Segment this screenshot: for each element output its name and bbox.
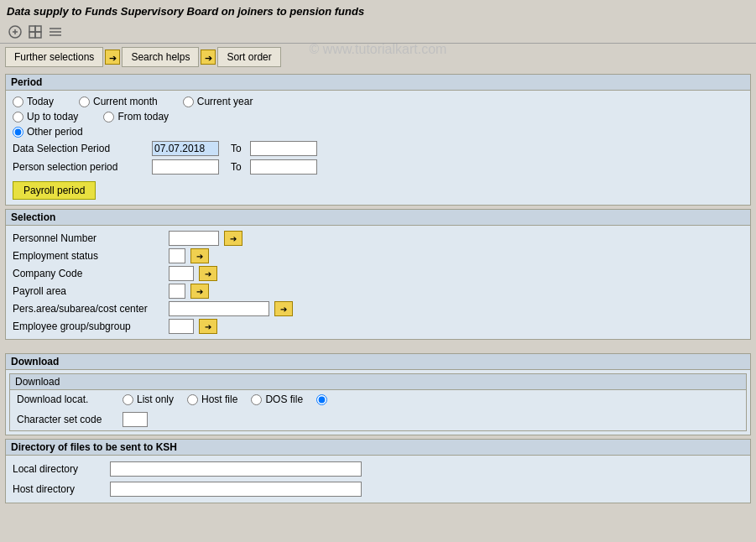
toolbar-icon-3[interactable] — [47, 23, 64, 40]
sel-label-pers-area: Pers.area/subarea/cost center — [13, 303, 164, 315]
sel-row-payroll: Payroll area ➔ — [13, 284, 743, 299]
selection-section-title: Selection — [6, 210, 750, 226]
period-radio-row-2: Up to today From today — [13, 111, 743, 122]
charset-label: Character set code — [17, 414, 109, 425]
data-selection-label: Data Selection Period — [13, 143, 147, 154]
directory-section: Directory of files to be sent to KSH Loc… — [5, 439, 751, 503]
radio-dos-file[interactable]: DOS file — [251, 393, 303, 405]
download-locat-row: Download locat. List only Host file DOS … — [10, 390, 746, 409]
toolbar — [0, 21, 756, 44]
directory-section-title: Directory of files to be sent to KSH — [6, 440, 750, 456]
radio-host-file[interactable]: Host file — [187, 393, 237, 405]
data-selection-from-input[interactable] — [152, 141, 219, 156]
period-radio-row-3: Other period — [13, 126, 743, 138]
download-inner-section: Download Download locat. List only Host … — [9, 373, 747, 431]
person-selection-to-input[interactable] — [250, 159, 317, 175]
period-radio-row-1: Today Current month Current year — [13, 96, 743, 107]
radio-current-year[interactable]: Current year — [183, 96, 253, 107]
title-bar: Data supply to Funds Supervisory Board o… — [0, 0, 756, 21]
download-outer-section: Download Download Download locat. List o… — [5, 353, 751, 435]
period-section: Period Today Current month Current year — [5, 74, 751, 206]
charset-input[interactable] — [123, 412, 148, 427]
radio-current-month[interactable]: Current month — [79, 96, 158, 107]
svg-rect-3 — [29, 32, 35, 38]
directory-rows: Local directory Host directory — [6, 456, 750, 503]
sel-row-employment: Employment status ➔ — [13, 248, 743, 263]
tab-sort-order[interactable]: Sort order — [217, 47, 280, 67]
tabs-bar: Further selections ➔ Search helps ➔ Sort… — [0, 44, 756, 70]
tab-search-helps[interactable]: Search helps — [122, 47, 199, 67]
sel-arrow-company[interactable]: ➔ — [199, 266, 217, 281]
svg-rect-4 — [35, 32, 41, 38]
sel-input-company[interactable] — [169, 266, 194, 281]
tab-arrow-2[interactable]: ➔ — [201, 50, 216, 65]
local-dir-input[interactable] — [110, 461, 362, 477]
host-dir-row: Host directory — [6, 479, 750, 499]
page-title: Data supply to Funds Supervisory Board o… — [7, 5, 364, 18]
person-selection-from-input[interactable] — [152, 159, 219, 175]
sel-arrow-payroll[interactable]: ➔ — [190, 284, 209, 299]
to-label-2: To — [231, 161, 242, 173]
sel-row-pers-area: Pers.area/subarea/cost center ➔ — [13, 301, 743, 316]
sel-label-company: Company Code — [13, 268, 164, 279]
download-inner-title: Download — [10, 374, 746, 390]
sel-arrow-employee-group[interactable]: ➔ — [199, 319, 217, 334]
sel-arrow-pers-area[interactable]: ➔ — [274, 301, 293, 316]
data-selection-row: Data Selection Period To — [13, 141, 743, 156]
toolbar-icon-1[interactable] — [7, 23, 23, 40]
data-selection-to-input[interactable] — [250, 141, 317, 156]
host-dir-label: Host directory — [13, 483, 105, 495]
selection-grid: Personnel Number ➔ Employment status ➔ C… — [6, 226, 750, 339]
download-outer-title: Download — [6, 354, 750, 370]
svg-rect-1 — [29, 26, 35, 32]
sel-input-payroll[interactable] — [169, 284, 185, 299]
selection-section: Selection Personnel Number ➔ Employment … — [5, 209, 751, 340]
svg-rect-2 — [35, 26, 41, 32]
download-locat-label: Download locat. — [17, 393, 109, 405]
sel-arrow-employment[interactable]: ➔ — [190, 248, 209, 263]
sel-label-employment: Employment status — [13, 250, 164, 262]
sel-row-personnel: Personnel Number ➔ — [13, 231, 743, 246]
sel-input-employment[interactable] — [169, 248, 185, 263]
sel-input-pers-area[interactable] — [169, 301, 269, 316]
period-section-title: Period — [6, 75, 750, 91]
to-label-1: To — [231, 143, 242, 154]
payroll-period-button[interactable]: Payroll period — [13, 181, 96, 200]
local-dir-row: Local directory — [6, 459, 750, 479]
person-selection-label: Person selection period — [13, 161, 147, 173]
sel-row-company: Company Code ➔ — [13, 266, 743, 281]
sel-label-personnel: Personnel Number — [13, 232, 164, 244]
radio-list-only[interactable]: List only — [123, 393, 174, 405]
toolbar-icon-2[interactable] — [27, 23, 44, 40]
period-section-body: Today Current month Current year Up to t… — [6, 91, 750, 205]
local-dir-label: Local directory — [13, 463, 105, 475]
sel-label-payroll: Payroll area — [13, 285, 164, 297]
radio-today[interactable]: Today — [13, 96, 54, 107]
radio-up-to-today[interactable]: Up to today — [13, 111, 78, 122]
sel-row-employee-group: Employee group/subgroup ➔ — [13, 319, 743, 334]
charset-row: Character set code — [10, 409, 746, 430]
radio-other-period[interactable]: Other period — [13, 126, 83, 138]
payroll-btn-row: Payroll period — [13, 178, 743, 200]
radio-from-today[interactable]: From today — [103, 111, 169, 122]
person-selection-row: Person selection period To — [13, 159, 743, 175]
tab-arrow-1[interactable]: ➔ — [105, 50, 120, 65]
sel-input-employee-group[interactable] — [169, 319, 194, 334]
host-dir-input[interactable] — [110, 482, 362, 497]
sel-label-employee-group: Employee group/subgroup — [13, 321, 164, 332]
sel-input-personnel[interactable] — [169, 231, 219, 246]
app-container: Data supply to Funds Supervisory Board o… — [0, 0, 756, 503]
tab-further-selections[interactable]: Further selections — [5, 47, 103, 67]
radio-selected[interactable] — [316, 394, 327, 405]
sel-arrow-personnel[interactable]: ➔ — [224, 231, 242, 246]
